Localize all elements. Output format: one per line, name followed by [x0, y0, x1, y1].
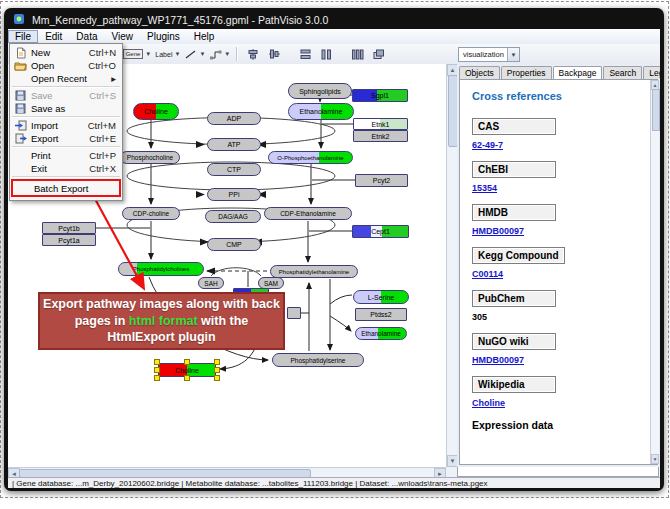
chevron-down-icon[interactable]: ▼: [145, 51, 151, 57]
pathway-node-etnk2[interactable]: Etnk2: [353, 130, 408, 142]
pathway-node-ppi[interactable]: PPi: [207, 188, 261, 201]
pathway-node-ethanolamine-top[interactable]: Ethanolamine: [288, 103, 354, 120]
chevron-down-icon[interactable]: ▼: [174, 51, 180, 57]
file-menu: NewCtrl+NOpenCtrl+OOpen Recent▸SaveCtrl+…: [9, 43, 123, 201]
pathway-node-phosphatidylserine[interactable]: Phosphatidylserine: [272, 353, 364, 367]
file-menu-item-save-as[interactable]: Save as: [10, 102, 122, 115]
scrollbar-thumb[interactable]: [652, 89, 660, 131]
pathway-node-pcyt1b[interactable]: Pcyt1b: [42, 222, 96, 234]
pathway-node-phosphatidylcholines[interactable]: Phosphatidylcholines: [118, 262, 204, 276]
chevron-down-icon[interactable]: ▼: [507, 48, 519, 61]
common-height-button[interactable]: [317, 46, 335, 63]
pathway-node-ethanolamine-bottom[interactable]: Ethanolamine: [355, 327, 407, 340]
menu-data[interactable]: Data: [69, 30, 104, 43]
distribute-horizontal-button[interactable]: [348, 46, 366, 63]
menu-item-label: Print: [28, 150, 89, 161]
file-menu-item-open-recent[interactable]: Open Recent▸: [10, 72, 122, 85]
backpage-content: Cross references CAS62-49-7ChEBI15354HMD…: [459, 79, 658, 465]
connector-tool-button[interactable]: ▼: [208, 46, 231, 63]
pathway-node-cept1[interactable]: Cept1: [352, 225, 409, 238]
line-tool-button[interactable]: ▼: [183, 46, 206, 63]
gene-tool-button[interactable]: Gene▼: [122, 46, 153, 63]
selection-handle[interactable]: [154, 367, 160, 373]
xref-section-hmdb: HMDBHMDB00097: [472, 204, 647, 236]
xref-link[interactable]: C00114: [472, 269, 647, 279]
pathway-node-cdp-choline[interactable]: CDP-choline: [122, 207, 180, 220]
menu-item-label: Export: [28, 133, 89, 144]
pathway-node-adp[interactable]: ADP: [207, 112, 261, 125]
pathway-node-phosphatidylethanolamine[interactable]: Phosphatidylethanolamine: [270, 265, 358, 278]
xref-database-name: Wikipedia: [472, 376, 556, 393]
pathway-node-phosphocholine[interactable]: Phosphocholine: [120, 151, 180, 164]
file-menu-item-new[interactable]: NewCtrl+N: [10, 46, 122, 59]
selection-handle[interactable]: [214, 367, 220, 373]
pathway-node-atp[interactable]: ATP: [207, 138, 261, 151]
sidebar-scrollbar[interactable]: ▲ ▼: [650, 80, 659, 464]
xref-database-name: HMDB: [472, 204, 556, 221]
pathway-node-choline-top[interactable]: Choline: [133, 103, 179, 120]
app-icon: [14, 13, 26, 27]
tab-search[interactable]: Search: [603, 66, 642, 79]
menu-help[interactable]: Help: [187, 30, 222, 43]
sidebar-bottom-field[interactable]: [457, 466, 659, 477]
menu-view[interactable]: View: [104, 30, 140, 43]
menu-item-label: New: [28, 47, 89, 58]
xref-link[interactable]: Choline: [472, 398, 647, 408]
chevron-down-icon[interactable]: ▼: [199, 51, 205, 57]
pathway-node-ptdss1-partial[interactable]: [287, 307, 301, 319]
align-center-vertical-icon: [268, 48, 281, 61]
align-center-vertical-button[interactable]: [265, 46, 283, 63]
xref-link[interactable]: 15354: [472, 183, 647, 193]
pathway-node-ctp[interactable]: CTP: [207, 163, 261, 176]
xref-link[interactable]: HMDB00097: [472, 355, 647, 365]
chevron-down-icon[interactable]: ▼: [224, 51, 230, 57]
selection-handle[interactable]: [154, 375, 160, 381]
menu-item-label: Import: [28, 120, 88, 131]
menu-plugins[interactable]: Plugins: [140, 30, 187, 43]
file-menu-item-exit[interactable]: ExitCtrl+X: [10, 162, 122, 175]
file-menu-item-import[interactable]: ImportCtrl+M: [10, 119, 122, 132]
pathway-node-pcyt1a[interactable]: Pcyt1a: [42, 234, 96, 246]
file-menu-item-save[interactable]: SaveCtrl+S: [10, 89, 122, 102]
xref-link[interactable]: 62-49-7: [472, 140, 647, 150]
pathway-node-sah[interactable]: SAH: [198, 277, 224, 289]
common-width-button[interactable]: [296, 46, 314, 63]
pathway-node-o-phosphoethanolamine[interactable]: O-Phosphoethanolamine: [268, 151, 353, 164]
selection-handle[interactable]: [184, 359, 190, 365]
menu-edit[interactable]: Edit: [38, 30, 69, 43]
tab-properties[interactable]: Properties: [501, 66, 552, 79]
pathway-node-etnk1[interactable]: Etnk1: [353, 118, 408, 130]
pathway-node-pcyt2[interactable]: Pcyt2: [355, 174, 408, 187]
xref-link[interactable]: HMDB00097: [472, 226, 647, 236]
file-menu-item-batch-export[interactable]: Batch Export: [13, 181, 119, 195]
pathway-node-sgpl1[interactable]: Sgpl1: [352, 89, 408, 102]
menu-item-shortcut: Ctrl+M: [88, 120, 118, 131]
scroll-down-icon[interactable]: ▼: [651, 454, 659, 464]
selection-handle[interactable]: [184, 375, 190, 381]
menu-file[interactable]: File: [8, 30, 38, 43]
title-bar[interactable]: Mm_Kennedy_pathway_WP1771_45176.gpml - P…: [14, 11, 656, 29]
visualization-combobox[interactable]: visualization ▼: [458, 47, 520, 62]
callout-line-3: HtmlExport plugin: [40, 329, 283, 346]
pathway-node-ptdss2[interactable]: Ptdss2: [355, 308, 407, 321]
selection-handle[interactable]: [154, 359, 160, 365]
label-tool-button[interactable]: Label▼: [154, 46, 181, 63]
file-menu-item-export[interactable]: ExportCtrl+E: [10, 132, 122, 145]
selection-handle[interactable]: [214, 375, 220, 381]
pathway-node-cdp-ethanolamine[interactable]: CDP-Ethanolamine: [264, 207, 352, 220]
highlighted-text: html format: [129, 314, 198, 328]
import-icon: [13, 120, 28, 131]
pathway-node-cmp[interactable]: CMP: [207, 238, 261, 251]
xref-database-name: CAS: [472, 118, 556, 135]
align-center-horizontal-button[interactable]: [244, 46, 262, 63]
pathway-node-l-serine[interactable]: L-Serine: [353, 290, 409, 304]
file-menu-item-print[interactable]: PrintCtrl+P: [10, 149, 122, 162]
stack-button[interactable]: [369, 46, 387, 63]
pathway-node-sphingolipids[interactable]: Sphingolipids: [288, 83, 352, 99]
pathway-node-dag-aag[interactable]: DAG/AAG: [205, 210, 261, 223]
selection-handle[interactable]: [214, 359, 220, 365]
tab-legend[interactable]: Legend: [643, 66, 660, 79]
tab-backpage[interactable]: Backpage: [553, 66, 603, 80]
tab-objects[interactable]: Objects: [459, 66, 500, 79]
file-menu-item-open[interactable]: OpenCtrl+O: [10, 59, 122, 72]
